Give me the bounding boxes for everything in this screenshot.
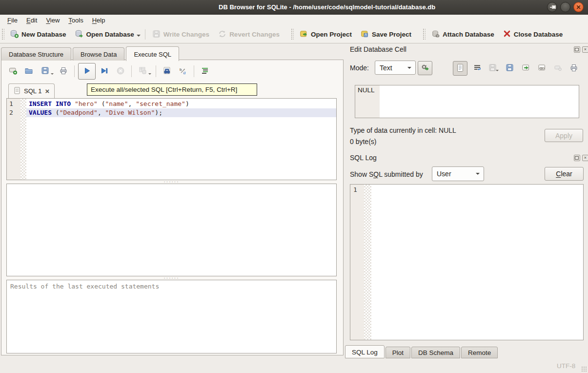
sql-token: "Deadpond"	[60, 109, 98, 116]
sql-editor-code[interactable]: INSERT INTO "hero" ("name", "secret_name…	[26, 99, 336, 180]
clear-log-button[interactable]: Clear	[545, 167, 584, 181]
close-database-button[interactable]: Close Database	[499, 27, 568, 41]
sql-editor-fold-margin	[20, 99, 26, 180]
open-new-tab-icon	[9, 66, 17, 76]
sql-token: );	[155, 109, 162, 116]
find-replace-button[interactable]: ba	[176, 64, 190, 79]
sql-log-view[interactable]: 1	[350, 184, 584, 340]
sql-log-gutter: 1	[350, 185, 364, 340]
save-file-dropdown-caret[interactable]	[51, 73, 54, 76]
import-data-button[interactable]	[418, 61, 432, 75]
open-new-tab-button[interactable]	[5, 64, 20, 79]
results-grid[interactable]	[6, 184, 337, 276]
cell-size-info: 0 byte(s)	[350, 138, 376, 145]
toolbar-drag-handle[interactable]	[423, 28, 426, 41]
word-wrap-button[interactable]	[471, 62, 484, 75]
import-cell-button[interactable]	[503, 62, 516, 75]
sql-log-title: SQL Log	[350, 154, 377, 162]
sql-log-filter-combobox[interactable]: User	[432, 166, 484, 181]
line-number: 1	[7, 100, 20, 108]
float-panel-icon[interactable]	[574, 46, 580, 53]
find-button[interactable]	[160, 64, 174, 79]
sql-code-line[interactable]: INSERT INTO "hero" ("name", "secret_name…	[26, 100, 336, 108]
execute-sql-page: ba SQL 1 × Execute all/selected SQL [Ctr…	[1, 60, 344, 355]
save-project-button[interactable]: Save Project	[356, 27, 416, 42]
open-database-button[interactable]: Open Database	[71, 27, 139, 42]
tab-browse-data[interactable]: Browse Data	[73, 47, 124, 61]
main-tab-bar: Database Structure Browse Data Execute S…	[1, 46, 181, 61]
open-database-dropdown-caret[interactable]	[137, 35, 141, 39]
grid-message-splitter[interactable]: ······	[6, 276, 337, 280]
save-cell-button	[487, 62, 500, 75]
sql-tab-close-icon[interactable]: ×	[45, 87, 49, 95]
cell-value: NULL	[355, 85, 380, 118]
save-sql-file-button[interactable]	[38, 64, 52, 79]
sql-token: "Dive Wilson"	[105, 109, 155, 116]
sql-log-fold-margin	[364, 185, 371, 340]
open-external-button[interactable]	[535, 62, 548, 75]
toolbar-drag-handle[interactable]	[1, 28, 4, 41]
sql-token: "hero"	[75, 100, 98, 107]
menu-help[interactable]: Help	[88, 15, 110, 25]
mode-combobox[interactable]: Text	[375, 61, 416, 75]
tab-execute-sql[interactable]: Execute SQL	[126, 46, 179, 61]
mode-label: Mode:	[350, 64, 369, 72]
print-icon	[59, 66, 68, 77]
sql-token: ,	[128, 100, 136, 107]
toolbar-separator	[131, 65, 132, 77]
save-results-dropdown-caret	[148, 73, 151, 76]
revert-changes-button: Revert Changes	[214, 27, 284, 42]
sql-token: ,	[98, 109, 105, 116]
sql-log-dock-buttons: ×	[574, 155, 588, 161]
cell-editor[interactable]: NULL	[355, 85, 579, 118]
stop-icon	[116, 66, 125, 77]
editor-results-splitter[interactable]: ······	[6, 180, 337, 184]
execute-all-button[interactable]	[78, 63, 96, 80]
close-panel-icon[interactable]: ×	[582, 46, 588, 53]
tab-remote[interactable]: Remote	[461, 347, 498, 358]
print-cell-button[interactable]	[568, 62, 580, 75]
maximize-icon	[552, 5, 556, 9]
maximize-button[interactable]	[560, 2, 570, 12]
menu-file[interactable]: File	[3, 15, 22, 25]
sql-file-tab[interactable]: SQL 1 ×	[8, 83, 55, 98]
open-project-button[interactable]: Open Project	[295, 27, 356, 42]
tab-database-structure[interactable]: Database Structure	[1, 47, 71, 61]
execute-line-icon	[100, 66, 109, 77]
save-results-button	[135, 64, 150, 79]
open-sql-file-button[interactable]	[21, 64, 36, 79]
results-message-area[interactable]: Results of the last executed statements	[6, 280, 337, 353]
sql-editor[interactable]: 12 INSERT INTO "hero" ("name", "secret_n…	[6, 98, 337, 180]
execute-current-line-button[interactable]	[97, 64, 112, 79]
titlebar: DB Browser for SQLite - /home/user/code/…	[0, 0, 588, 15]
menu-view[interactable]: View	[41, 15, 64, 25]
close-panel-icon[interactable]: ×	[582, 155, 588, 161]
format-sql-button[interactable]	[198, 64, 212, 79]
edit-cell-dock-buttons: ×	[574, 46, 588, 53]
revert-changes-icon	[218, 30, 226, 40]
format-sql-icon	[201, 66, 209, 76]
new-database-button[interactable]: New Database	[6, 27, 71, 42]
tab-sql-log[interactable]: SQL Log	[345, 345, 385, 358]
attach-database-button[interactable]: Attach Database	[427, 27, 499, 42]
sql-log-filter-label: Show SQL submitted by	[350, 170, 423, 178]
import-cell-icon	[506, 63, 514, 73]
export-cell-button[interactable]	[519, 62, 532, 75]
close-button[interactable]: ✕	[573, 2, 584, 12]
tab-plot[interactable]: Plot	[385, 347, 410, 358]
toolbar-separator	[145, 29, 145, 40]
menu-edit[interactable]: Edit	[22, 15, 41, 25]
resize-grip[interactable]	[581, 366, 587, 372]
sql-code-line[interactable]: VALUES ("Deadpond", "Dive Wilson");	[26, 108, 336, 117]
find-icon	[162, 66, 171, 77]
float-panel-icon[interactable]	[574, 155, 580, 161]
print-button[interactable]	[56, 64, 71, 79]
toolbar-drag-handle[interactable]	[291, 28, 294, 41]
menu-tools[interactable]: Tools	[64, 15, 87, 25]
cell-type-info: Type of data currently in cell: NULL	[350, 126, 456, 134]
chevron-down-icon	[476, 173, 480, 177]
tab-db-schema[interactable]: DB Schema	[411, 347, 460, 358]
text-mode-button[interactable]	[453, 61, 467, 76]
svg-text:a: a	[183, 70, 186, 75]
sql-token: VALUES	[29, 109, 52, 116]
